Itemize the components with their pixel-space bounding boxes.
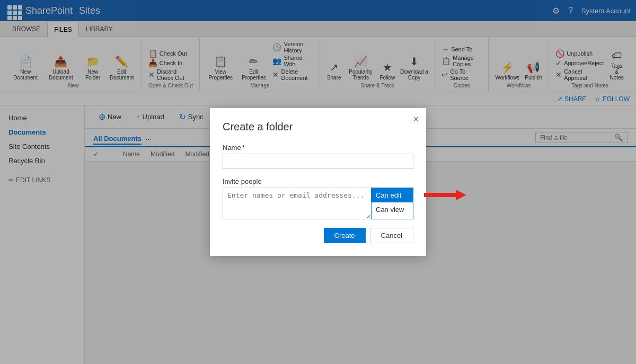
permissions-dropdown: Can edit Can view bbox=[371, 188, 413, 219]
arrow-annotation bbox=[424, 190, 466, 200]
can-view-option[interactable]: Can view bbox=[372, 202, 413, 217]
create-folder-modal: × Create a folder Name* Invite people Ca… bbox=[210, 108, 426, 256]
modal-buttons: Create Cancel bbox=[223, 228, 413, 243]
can-edit-option[interactable]: Can edit bbox=[372, 188, 413, 202]
create-button[interactable]: Create bbox=[324, 228, 366, 243]
modal-title: Create a folder bbox=[223, 121, 413, 133]
cancel-button[interactable]: Cancel bbox=[370, 228, 413, 243]
invite-input[interactable] bbox=[223, 188, 371, 219]
required-indicator: * bbox=[242, 144, 245, 152]
invite-label: Invite people bbox=[223, 177, 413, 185]
modal-close-button[interactable]: × bbox=[413, 114, 419, 124]
invite-row: Can edit Can view bbox=[223, 188, 413, 219]
modal-overlay: × Create a folder Name* Invite people Ca… bbox=[0, 0, 636, 364]
arrow-body bbox=[424, 190, 466, 200]
folder-name-input[interactable] bbox=[223, 154, 413, 169]
name-label: Name* bbox=[223, 144, 413, 152]
